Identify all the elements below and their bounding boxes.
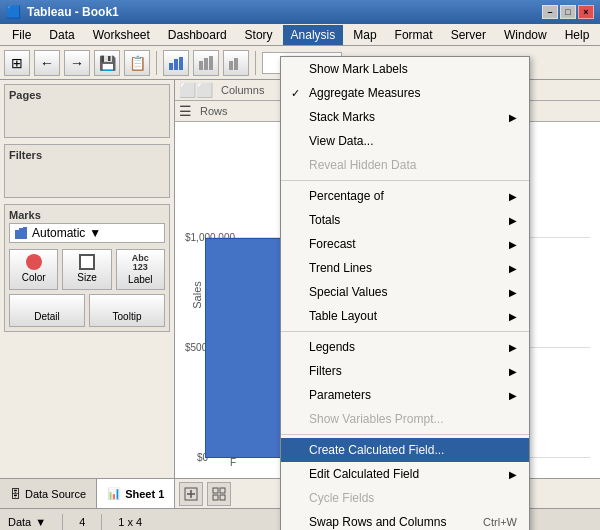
legends-label: Legends [309,340,355,354]
window-title: Tableau - Book1 [27,5,119,19]
new-dashboard-btn[interactable] [207,482,231,506]
detail-button[interactable]: Detail [9,294,85,327]
status-dimensions: 1 x 4 [118,516,142,528]
app-icon: 🟦 [6,5,21,19]
data-source-tab[interactable]: 🗄 Data Source [0,479,97,508]
title-bar-controls: – □ × [542,5,594,19]
svg-rect-8 [15,230,19,239]
menu-edit-calculated-field[interactable]: Edit Calculated Field ▶ [281,462,529,486]
menu-legends[interactable]: Legends ▶ [281,335,529,359]
title-bar: 🟦 Tableau - Book1 – □ × [0,0,600,24]
toolbar-bar-btn[interactable] [163,50,189,76]
show-mark-labels-label: Show Mark Labels [309,62,408,76]
rows-icon: ☰ [179,103,192,119]
color-button[interactable]: Color [9,249,58,290]
size-button[interactable]: Size [62,249,111,290]
special-values-label: Special Values [309,285,388,299]
size-icon [79,254,95,270]
y-axis-label: Sales [191,281,203,309]
stack-marks-label: Stack Marks [309,110,375,124]
menu-special-values[interactable]: Special Values ▶ [281,280,529,304]
title-bar-left: 🟦 Tableau - Book1 [6,5,119,19]
toolbar-forward-btn[interactable]: → [64,50,90,76]
percentage-of-label: Percentage of [309,189,384,203]
toolbar-copy-btn[interactable]: 📋 [124,50,150,76]
menu-aggregate-measures[interactable]: ✓ Aggregate Measures [281,81,529,105]
filters-arrow: ▶ [509,366,517,377]
sheet1-icon: 📊 [107,487,121,500]
aggregate-measures-label: Aggregate Measures [309,86,420,100]
bar-chart [205,238,285,458]
label-icon: Abc123 [132,254,149,272]
parameters-arrow: ▶ [509,390,517,401]
label-label: Label [128,274,152,285]
sep1 [281,180,529,181]
columns-icon: ⬜⬜ [179,82,213,98]
menu-format[interactable]: Format [387,25,441,45]
menu-trend-lines[interactable]: Trend Lines ▶ [281,256,529,280]
menu-totals[interactable]: Totals ▶ [281,208,529,232]
menu-data[interactable]: Data [41,25,82,45]
menu-story[interactable]: Story [237,25,281,45]
svg-rect-9 [19,228,23,239]
status-dropdown-arrow: ▼ [35,516,46,528]
toolbar-sep2 [255,51,256,75]
sep3 [281,434,529,435]
toolbar-grid-btn[interactable]: ⊞ [4,50,30,76]
menu-map[interactable]: Map [345,25,384,45]
cycle-fields-label: Cycle Fields [309,491,374,505]
menu-forecast[interactable]: Forecast ▶ [281,232,529,256]
toolbar-back-btn[interactable]: ← [34,50,60,76]
sep2 [281,331,529,332]
edit-calculated-label: Edit Calculated Field [309,467,419,481]
svg-rect-10 [23,227,27,239]
menu-swap-rows-cols[interactable]: Swap Rows and Columns Ctrl+W [281,510,529,530]
menu-worksheet[interactable]: Worksheet [85,25,158,45]
detail-label: Detail [34,311,60,322]
svg-rect-0 [169,63,173,70]
menu-dashboard[interactable]: Dashboard [160,25,235,45]
tooltip-button[interactable]: Tooltip [89,294,165,327]
toolbar-chart2-btn[interactable] [193,50,219,76]
datasource-icon: 🗄 [10,488,21,500]
menu-window[interactable]: Window [496,25,555,45]
svg-rect-1 [174,59,178,70]
special-values-arrow: ▶ [509,287,517,298]
table-layout-arrow: ▶ [509,311,517,322]
restore-button[interactable]: □ [560,5,576,19]
menu-file[interactable]: File [4,25,39,45]
menu-parameters[interactable]: Parameters ▶ [281,383,529,407]
pages-panel: Pages [4,84,170,138]
new-sheet-btn[interactable] [179,482,203,506]
create-calculated-label: Create Calculated Field... [309,443,444,457]
svg-rect-16 [213,495,218,500]
sheet1-tab[interactable]: 📊 Sheet 1 [97,479,175,508]
menu-view-data[interactable]: View Data... [281,129,529,153]
x-axis-label: F [230,457,236,468]
menu-show-mark-labels[interactable]: Show Mark Labels [281,57,529,81]
color-label: Color [22,272,46,283]
forecast-label: Forecast [309,237,356,251]
label-button[interactable]: Abc123 Label [116,249,165,290]
left-panel: Pages Filters Marks Automatic ▼ Color [0,80,175,478]
toolbar-chart3-btn[interactable] [223,50,249,76]
tooltip-label: Tooltip [113,311,142,322]
menu-stack-marks[interactable]: Stack Marks ▶ [281,105,529,129]
menu-analysis[interactable]: Analysis [283,25,344,45]
menu-percentage-of[interactable]: Percentage of ▶ [281,184,529,208]
minimize-button[interactable]: – [542,5,558,19]
size-label: Size [77,272,96,283]
legends-arrow: ▶ [509,342,517,353]
menu-create-calculated-field[interactable]: Create Calculated Field... [281,438,529,462]
menu-table-layout[interactable]: Table Layout ▶ [281,304,529,328]
menu-filters[interactable]: Filters ▶ [281,359,529,383]
close-button[interactable]: × [578,5,594,19]
swap-rows-cols-label: Swap Rows and Columns [309,515,446,529]
menu-show-variables: Show Variables Prompt... [281,407,529,431]
menu-server[interactable]: Server [443,25,494,45]
marks-panel: Marks Automatic ▼ Color Size Abc123 Labe… [4,204,170,332]
menu-help[interactable]: Help [557,25,598,45]
edit-calculated-arrow: ▶ [509,469,517,480]
marks-type-dropdown[interactable]: Automatic ▼ [9,223,165,243]
toolbar-save-btn[interactable]: 💾 [94,50,120,76]
